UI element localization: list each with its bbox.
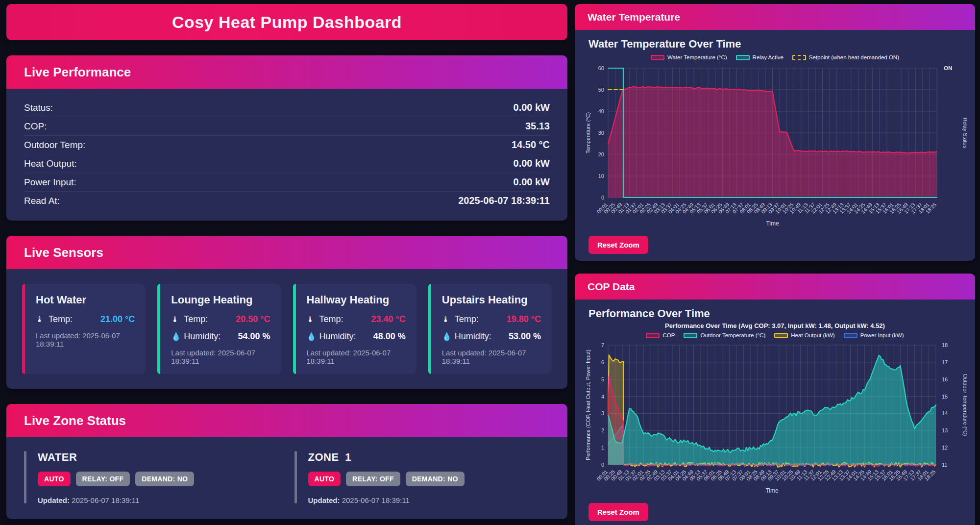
right-column: Water Temperature Water Temperature Over… — [575, 4, 975, 525]
water-temperature-title: Water Temperature — [588, 11, 680, 23]
y-tick-label: 0 — [601, 462, 604, 468]
sensor-metric-value: 53.00 % — [509, 331, 541, 342]
droplet-icon: 💧 — [307, 332, 319, 341]
metric-label: Outdoor Temp: — [24, 140, 85, 150]
zone-item: WATERAUTORELAY: OFFDEMAND: NOUpdated: 20… — [24, 450, 280, 504]
performance-metrics: Status:0.00 kWCOP:35.13Outdoor Temp:14.5… — [6, 89, 567, 221]
sensor-card: Hallway Heating🌡Temp:23.40 °C💧Humidity:4… — [293, 284, 416, 374]
sensor-metric-value: 20.50 °C — [236, 314, 270, 325]
sensor-metric-label: Temp: — [184, 314, 208, 325]
droplet-icon: 💧 — [171, 332, 184, 341]
cop-chart-section-title: Performance Over Time — [588, 307, 967, 320]
cop-performance-chart[interactable]: 0123456700:0100:2500:4901:1301:3702:0102… — [583, 341, 967, 497]
sensor-card-accent-bar — [157, 284, 160, 374]
droplet-icon: 💧 — [442, 332, 455, 341]
live-zone-status-title: Live Zone Status — [24, 413, 126, 428]
sensor-card: Upstairs Heating🌡Temp:19.80 °C💧Humidity:… — [428, 284, 552, 374]
right-y-axis-title: Relay Status — [962, 118, 967, 149]
zone-accent-bar — [294, 451, 297, 503]
zone-updated-label: Updated: — [38, 496, 72, 504]
thermometer-icon: 🌡 — [36, 315, 49, 324]
legend-swatch — [844, 333, 858, 338]
sensor-card-accent-bar — [22, 284, 25, 374]
zone-badges: AUTORELAY: OFFDEMAND: NO — [308, 472, 550, 486]
sensor-metric-label: Temp: — [49, 314, 73, 325]
cop-data-header: COP Data — [575, 274, 975, 300]
sensor-metric-label: Humidity: — [455, 331, 491, 342]
metric-label: Read At: — [24, 196, 60, 206]
y-axis-title: Performance (COP, Heat Output, Power Inp… — [585, 350, 591, 460]
metric-row: Heat Output:0.00 kW — [24, 154, 550, 173]
y-tick-label: 7 — [601, 342, 604, 348]
sensor-card: Hot Water🌡Temp:21.00 °CLast updated: 202… — [22, 284, 146, 374]
legend-item: COP — [646, 332, 675, 338]
legend-label: Relay Active — [753, 54, 784, 60]
sensor-metric-label: Humidity: — [184, 331, 220, 342]
right-y-tick-label: 11 — [942, 462, 947, 468]
sensor-metric-row: 💧Humidity:54.00 % — [171, 331, 270, 342]
cop-data-title: COP Data — [588, 281, 635, 293]
legend-item: Water Temperature (°C) — [651, 54, 727, 60]
sensor-card-title: Hallway Heating — [307, 294, 406, 306]
metric-row: Read At:2025-06-07 18:39:11 — [24, 192, 550, 210]
right-y-tick-label: 12 — [942, 445, 948, 450]
metric-label: Heat Output: — [24, 158, 77, 169]
y-tick-label: 30 — [598, 130, 604, 136]
zone-updated-label: Updated: — [308, 496, 342, 504]
legend-item: Heat Output (kW) — [774, 332, 834, 338]
metric-row: Status:0.00 kW — [24, 99, 550, 117]
legend-swatch — [774, 333, 788, 338]
y-tick-label: 2 — [601, 427, 604, 433]
y-tick-label: 60 — [598, 65, 604, 71]
sensor-metric-row: 🌡Temp:21.00 °C — [36, 314, 135, 325]
y-tick-label: 1 — [601, 445, 604, 450]
y-tick-label: 20 — [598, 151, 604, 157]
cop-chart-legend: COPOutdoor Temperature (°C)Heat Output (… — [583, 330, 967, 340]
x-axis-title: Time — [766, 220, 779, 227]
water-chart-section-title: Water Temperature Over Time — [588, 38, 967, 50]
sensor-metric-value: 23.40 °C — [371, 314, 406, 325]
sensor-metric-value: 19.80 °C — [507, 314, 541, 325]
metric-value: 2025-06-07 18:39:11 — [458, 195, 550, 206]
live-sensors-title: Live Sensors — [24, 245, 103, 260]
metric-label: Status: — [24, 102, 53, 113]
sensor-metric-row: 🌡Temp:19.80 °C — [442, 314, 541, 325]
y-tick-label: 3 — [601, 410, 604, 416]
thermometer-icon: 🌡 — [442, 315, 455, 324]
water-temperature-panel: Water Temperature Water Temperature Over… — [575, 4, 975, 261]
metric-row: Outdoor Temp:14.50 °C — [24, 136, 550, 154]
x-axis-title: Time — [765, 487, 779, 494]
legend-item: Setpoint (when heat demanded ON) — [792, 54, 899, 60]
metric-value: 0.00 kW — [514, 176, 550, 188]
zone-badge: RELAY: OFF — [346, 472, 400, 486]
legend-swatch — [684, 333, 697, 338]
zone-item: ZONE_1AUTORELAY: OFFDEMAND: NOUpdated: 2… — [294, 450, 550, 504]
sensor-metric-row: 🌡Temp:23.40 °C — [307, 314, 406, 325]
live-sensors-panel: Live Sensors Hot Water🌡Temp:21.00 °CLast… — [6, 236, 567, 389]
live-performance-title: Live Performance — [24, 65, 131, 80]
sensor-card: Lounge Heating🌡Temp:20.50 °C💧Humidity:54… — [157, 284, 281, 374]
water-temperature-chart[interactable]: 010203040506000:0100:2500:4901:1301:3702… — [583, 63, 967, 230]
legend-item: Outdoor Temperature (°C) — [684, 332, 765, 338]
legend-label: Setpoint (when heat demanded ON) — [809, 54, 899, 60]
right-y-tick-label: 14 — [942, 410, 948, 416]
reset-zoom-button[interactable]: Reset Zoom — [588, 236, 648, 254]
right-y-tick-label: 15 — [942, 394, 948, 400]
reset-zoom-button[interactable]: Reset Zoom — [588, 503, 648, 521]
series-area — [608, 87, 937, 198]
page-title-bar: Cosy Heat Pump Dashboard — [6, 4, 567, 40]
sensor-card-accent-bar — [293, 284, 296, 374]
y-tick-label: 4 — [601, 394, 604, 400]
sensor-card-title: Hot Water — [36, 294, 135, 306]
y-tick-label: 6 — [601, 359, 604, 365]
legend-swatch — [736, 55, 750, 60]
thermometer-icon: 🌡 — [171, 315, 184, 324]
left-column: Cosy Heat Pump Dashboard Live Performanc… — [6, 4, 567, 519]
metric-label: Power Input: — [24, 177, 76, 188]
sensor-metric-value: 48.00 % — [373, 331, 406, 342]
legend-swatch — [792, 55, 806, 60]
sensor-last-updated: Last updated: 2025-06-07 18:39:11 — [171, 349, 270, 365]
water-chart-legend: Water Temperature (°C)Relay ActiveSetpoi… — [583, 52, 967, 62]
water-chart-body: Water Temperature Over Time Water Temper… — [575, 30, 975, 261]
metric-value: 14.50 °C — [512, 139, 550, 150]
